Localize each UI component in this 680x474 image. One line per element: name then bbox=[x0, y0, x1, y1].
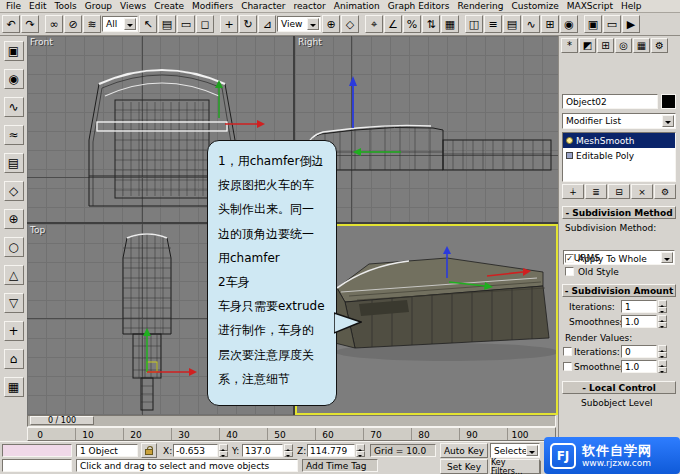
iterations-field[interactable]: 1 bbox=[621, 300, 657, 313]
smoothness-spinner[interactable] bbox=[658, 315, 667, 328]
quick-render-icon[interactable]: ▶ bbox=[622, 15, 640, 33]
chevron-down-icon[interactable] bbox=[662, 115, 674, 127]
select-rotate-icon[interactable]: ↻ bbox=[239, 15, 257, 33]
modifier-list-dropdown[interactable]: Modifier List bbox=[562, 113, 676, 129]
selection-lock-icon[interactable] bbox=[141, 443, 157, 458]
reactor-tool-5-icon[interactable]: ▤ bbox=[4, 153, 24, 173]
select-link-icon[interactable]: ∞ bbox=[45, 15, 63, 33]
reactor-tool-7-icon[interactable]: ⊕ bbox=[4, 209, 24, 229]
key-filters-button[interactable]: Key Filters... bbox=[490, 459, 540, 474]
z-spinner[interactable] bbox=[356, 444, 365, 457]
smoothness-field[interactable]: 1.0 bbox=[621, 315, 657, 328]
menu-edit[interactable]: Edit bbox=[25, 1, 50, 11]
viewport-right-label[interactable]: Right bbox=[298, 37, 322, 47]
apply-to-whole-checkbox[interactable]: ✓ bbox=[565, 254, 574, 263]
menu-reactor[interactable]: reactor bbox=[290, 1, 330, 11]
layer-manager-icon[interactable]: ▤ bbox=[503, 15, 521, 33]
configure-stack-icon[interactable]: ⚙ bbox=[654, 184, 676, 199]
menu-group[interactable]: Group bbox=[81, 1, 116, 11]
rectangular-selection-icon[interactable]: ▭ bbox=[177, 15, 195, 33]
use-pivot-center-icon[interactable]: ⊕ bbox=[322, 15, 340, 33]
select-move-icon[interactable]: + bbox=[220, 15, 238, 33]
menu-graph-editors[interactable]: Graph Editors bbox=[384, 1, 454, 11]
menu-help[interactable]: Help bbox=[617, 1, 646, 11]
rollout-subdivision-amount[interactable]: - Subdivision Amount bbox=[562, 284, 676, 297]
menu-maxscript[interactable]: MAXScript bbox=[563, 1, 617, 11]
reactor-tool-4-icon[interactable]: ≈ bbox=[4, 125, 24, 145]
viewport-front-label[interactable]: Front bbox=[30, 37, 53, 47]
menu-character[interactable]: Character bbox=[237, 1, 289, 11]
menu-rendering[interactable]: Rendering bbox=[454, 1, 508, 11]
render-iterations-spinner[interactable] bbox=[658, 345, 667, 358]
iterations-spinner[interactable] bbox=[658, 300, 667, 313]
reactor-tool-2-icon[interactable]: ◉ bbox=[4, 69, 24, 89]
set-key-button[interactable]: Set Key bbox=[440, 459, 488, 474]
show-end-result-icon[interactable]: ≣ bbox=[585, 184, 607, 199]
modifier-editable-poly[interactable]: Editable Poly bbox=[563, 148, 675, 163]
schematic-view-icon[interactable]: ⊞ bbox=[541, 15, 559, 33]
menu-animation[interactable]: Animation bbox=[330, 1, 384, 11]
chevron-down-icon[interactable] bbox=[124, 18, 136, 30]
reactor-tool-8-icon[interactable]: ○ bbox=[4, 237, 24, 257]
reactor-tool-3-icon[interactable]: ∿ bbox=[4, 97, 24, 117]
y-coordinate-field[interactable]: 137.0 bbox=[242, 444, 283, 457]
object-color-swatch[interactable] bbox=[661, 94, 676, 109]
track-bar[interactable]: 0 10 20 30 40 50 60 70 80 90 100 bbox=[27, 427, 556, 441]
render-type-icon[interactable]: ▭ bbox=[603, 15, 621, 33]
select-scale-icon[interactable]: ⊿ bbox=[258, 15, 276, 33]
reactor-tool-9-icon[interactable]: △ bbox=[4, 265, 24, 285]
add-time-tag-field[interactable]: Add Time Tag bbox=[302, 459, 378, 472]
reactor-tool-10-icon[interactable]: ▽ bbox=[4, 293, 24, 313]
rollout-local-control[interactable]: - Local Control bbox=[562, 381, 676, 394]
macro-recorder-field[interactable] bbox=[2, 444, 72, 457]
render-smoothness-checkbox[interactable] bbox=[563, 362, 572, 371]
motion-tab-icon[interactable]: ◎ bbox=[615, 38, 632, 53]
select-manipulate-icon[interactable]: ◇ bbox=[341, 15, 359, 33]
render-smoothness-field[interactable]: 1.0 bbox=[621, 360, 657, 373]
hierarchy-tab-icon[interactable]: ⊞ bbox=[597, 38, 614, 53]
make-unique-icon[interactable]: ⊟ bbox=[608, 184, 630, 199]
key-mode-select[interactable]: Selected bbox=[490, 443, 540, 458]
x-coordinate-field[interactable]: -0.653 bbox=[173, 444, 218, 457]
modifier-visibility-icon[interactable] bbox=[566, 137, 573, 144]
y-spinner[interactable] bbox=[284, 444, 293, 457]
window-crossing-icon[interactable]: ◻ bbox=[196, 15, 214, 33]
selection-filter-select[interactable]: All bbox=[102, 16, 138, 32]
reactor-tool-11-icon[interactable]: + bbox=[4, 321, 24, 341]
remove-modifier-icon[interactable]: × bbox=[631, 184, 653, 199]
menu-modifiers[interactable]: Modifiers bbox=[188, 1, 237, 11]
create-tab-icon[interactable]: * bbox=[561, 38, 578, 53]
menu-file[interactable]: File bbox=[2, 1, 25, 11]
modify-tab-icon[interactable]: ◩ bbox=[579, 38, 596, 53]
mirror-icon[interactable]: ◫ bbox=[465, 15, 483, 33]
object-name-field[interactable]: Object02 bbox=[562, 94, 658, 109]
mini-listener-field[interactable] bbox=[2, 459, 72, 472]
bind-spacewarp-icon[interactable]: ≋ bbox=[83, 15, 101, 33]
curve-editor-icon[interactable]: ∿ bbox=[522, 15, 540, 33]
time-slider-handle[interactable]: 0 / 100 bbox=[30, 416, 94, 425]
reactor-tool-1-icon[interactable]: ▣ bbox=[4, 41, 24, 61]
display-tab-icon[interactable]: ▦ bbox=[633, 38, 650, 53]
old-style-checkbox[interactable] bbox=[565, 267, 574, 276]
align-icon[interactable]: ≡ bbox=[484, 15, 502, 33]
auto-key-button[interactable]: Auto Key bbox=[440, 443, 488, 458]
select-object-icon[interactable]: ↖ bbox=[139, 15, 157, 33]
material-editor-icon[interactable]: ◉ bbox=[560, 15, 578, 33]
reactor-tool-13-icon[interactable]: ▦ bbox=[4, 377, 24, 397]
undo-icon[interactable]: ↶ bbox=[2, 15, 20, 33]
viewport-top-label[interactable]: Top bbox=[30, 225, 45, 235]
menu-create[interactable]: Create bbox=[150, 1, 188, 11]
chevron-down-icon[interactable] bbox=[526, 445, 538, 456]
select-by-name-icon[interactable]: ▤ bbox=[158, 15, 176, 33]
rollout-subdivision-method[interactable]: - Subdivision Method bbox=[562, 206, 676, 219]
unlink-selection-icon[interactable]: ⊘ bbox=[64, 15, 82, 33]
chevron-down-icon[interactable] bbox=[307, 18, 319, 30]
modifier-meshsmooth[interactable]: MeshSmooth bbox=[563, 133, 675, 148]
render-smoothness-spinner[interactable] bbox=[658, 360, 667, 373]
x-spinner[interactable] bbox=[219, 444, 228, 457]
coord-system-select[interactable]: View bbox=[277, 16, 321, 32]
chevron-down-icon[interactable] bbox=[661, 252, 673, 263]
reactor-tool-12-icon[interactable]: ⌂ bbox=[4, 349, 24, 369]
percent-snap-icon[interactable]: % bbox=[403, 15, 421, 33]
z-coordinate-field[interactable]: 114.779 bbox=[307, 444, 355, 457]
